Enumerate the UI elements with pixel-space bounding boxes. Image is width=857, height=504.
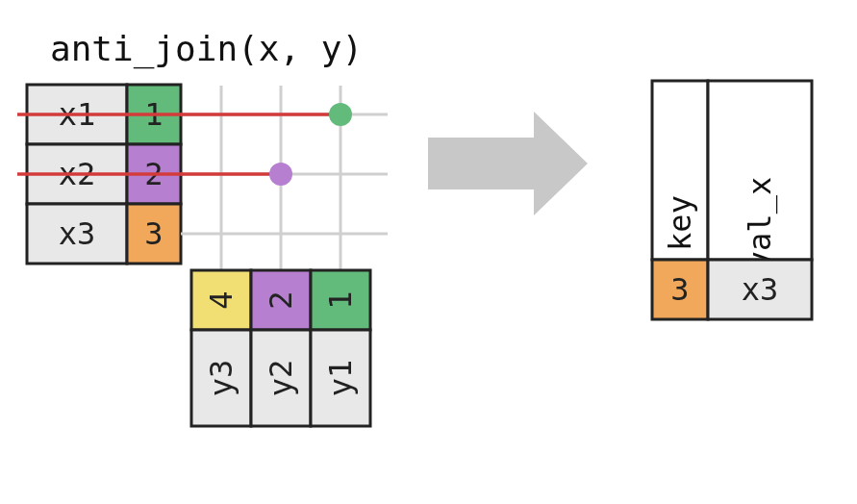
- y-key-text: 4: [203, 290, 239, 309]
- y-val-text: y1: [322, 360, 359, 397]
- result-table: keyval_x3x3: [652, 81, 812, 319]
- result-header-key-label: key: [662, 195, 698, 251]
- diagram-canvas: anti_join(x, y) x11x22x33 4y32y21y1 keyv…: [0, 0, 857, 504]
- result-key-text: 3: [670, 271, 689, 308]
- x-key-text: 3: [144, 215, 163, 252]
- arrow-shape: [428, 112, 588, 215]
- y-key-text: 2: [263, 290, 299, 309]
- result-val-text: x3: [742, 271, 779, 308]
- y-key-text: 1: [322, 290, 359, 309]
- arrow-icon: [428, 112, 588, 215]
- match-dot: [329, 103, 352, 126]
- diagram-title: anti_join(x, y): [50, 29, 363, 69]
- y-val-text: y3: [203, 360, 239, 397]
- y-val-text: y2: [263, 360, 299, 397]
- match-dot: [269, 163, 292, 186]
- result-header-val-label: val_x: [742, 177, 778, 269]
- x-val-text: x3: [59, 215, 96, 252]
- y-table: 4y32y21y1: [191, 270, 370, 426]
